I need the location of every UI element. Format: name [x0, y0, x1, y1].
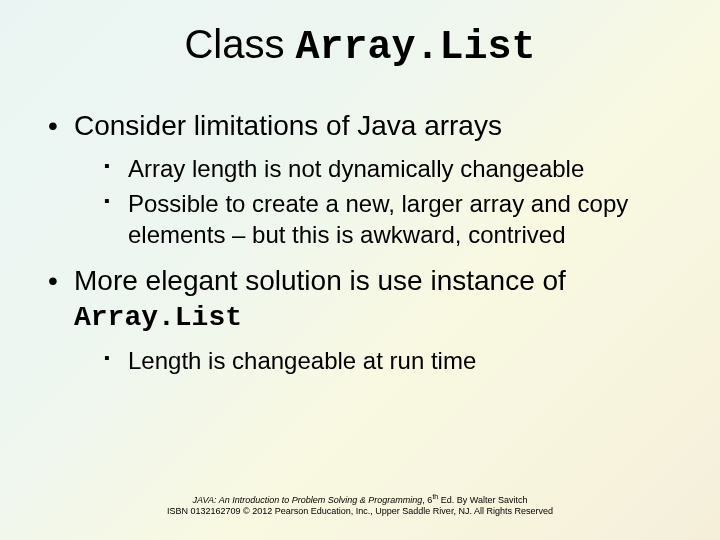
bullet-1-text: Consider limitations of Java arrays: [74, 110, 502, 141]
footer-line-1: JAVA: An Introduction to Problem Solving…: [0, 492, 720, 507]
title-prefix: Class: [184, 22, 295, 66]
bullet-2-mono: Array.List: [74, 300, 680, 335]
bullet-1-sub-2: Possible to create a new, larger array a…: [104, 188, 680, 250]
bullet-1-sub-1: Array length is not dynamically changeab…: [104, 153, 680, 184]
slide: Class Array.List Consider limitations of…: [0, 0, 720, 540]
footer-line-2: ISBN 0132162709 © 2012 Pearson Education…: [0, 506, 720, 518]
bullet-list: Consider limitations of Java arrays Arra…: [40, 108, 680, 376]
bullet-1: Consider limitations of Java arrays Arra…: [48, 108, 680, 251]
footer-byline: Ed. By Walter Savitch: [438, 495, 527, 505]
slide-title: Class Array.List: [40, 22, 680, 70]
bullet-2-text: More elegant solution is use instance of: [74, 265, 566, 296]
bullet-2-sublist: Length is changeable at run time: [74, 345, 680, 376]
footer-book: JAVA: An Introduction to Problem Solving…: [193, 495, 423, 505]
slide-footer: JAVA: An Introduction to Problem Solving…: [0, 492, 720, 518]
footer-edition: , 6: [422, 495, 432, 505]
bullet-2: More elegant solution is use instance of…: [48, 263, 680, 376]
bullet-2-sub-1: Length is changeable at run time: [104, 345, 680, 376]
title-mono: Array.List: [296, 25, 536, 70]
bullet-1-sublist: Array length is not dynamically changeab…: [74, 153, 680, 251]
